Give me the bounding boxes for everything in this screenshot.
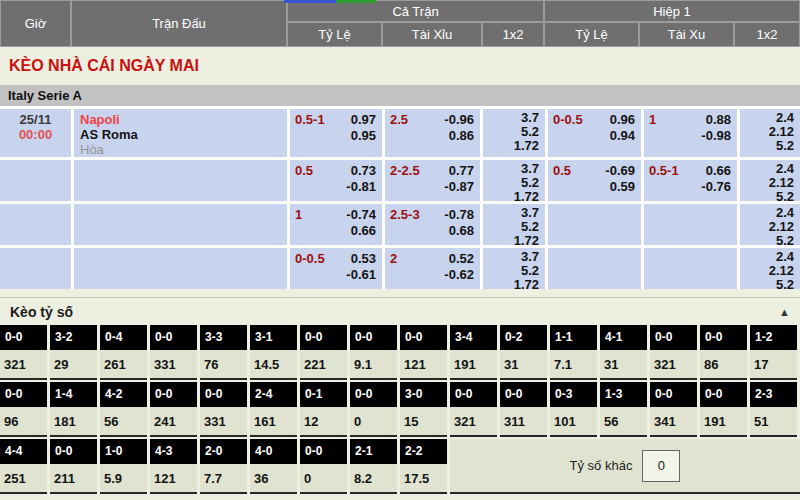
score-odds[interactable]: 12 — [300, 407, 347, 437]
score-odds[interactable]: 0 — [350, 407, 397, 437]
score-odds[interactable]: 17 — [750, 350, 797, 380]
score-label[interactable]: 2-2 — [400, 439, 447, 464]
h1-overunder-cell[interactable]: 0.5-10.66-0.76 — [644, 160, 737, 201]
h1-overunder-cell[interactable]: 10.88-0.98 — [644, 109, 737, 157]
ft-handicap-cell[interactable]: 1-0.740.66 — [290, 204, 382, 245]
score-label[interactable]: 4-1 — [600, 325, 647, 350]
score-label[interactable]: 4-3 — [150, 439, 197, 464]
score-label[interactable]: 4-4 — [0, 439, 47, 464]
score-odds[interactable]: 321 — [650, 350, 697, 380]
score-label[interactable]: 1-0 — [100, 439, 147, 464]
score-odds[interactable]: 341 — [650, 407, 697, 437]
score-label[interactable]: 0-0 — [650, 382, 697, 407]
score-label[interactable]: 0-0 — [700, 325, 747, 350]
score-label[interactable]: 0-2 — [500, 325, 547, 350]
score-label[interactable]: 3-2 — [50, 325, 97, 350]
score-label[interactable]: 1-1 — [550, 325, 597, 350]
collapse-arrow-icon[interactable]: ▲ — [779, 306, 790, 318]
h1-handicap-cell[interactable]: 0-0.50.960.94 — [548, 109, 641, 157]
ft-1x2-cell[interactable]: 3.75.21.72 — [483, 248, 545, 289]
score-odds[interactable]: 191 — [700, 407, 747, 437]
score-label[interactable]: 1-3 — [600, 382, 647, 407]
score-odds[interactable]: 31 — [500, 350, 547, 380]
score-odds[interactable]: 161 — [250, 407, 297, 437]
score-odds[interactable]: 76 — [200, 350, 247, 380]
score-label[interactable]: 0-0 — [700, 382, 747, 407]
h1-handicap-cell[interactable] — [548, 204, 641, 245]
score-odds[interactable]: 331 — [200, 407, 247, 437]
score-odds[interactable]: 311 — [500, 407, 547, 437]
score-odds[interactable]: 221 — [300, 350, 347, 380]
score-odds[interactable]: 251 — [0, 464, 47, 494]
score-odds[interactable]: 14.5 — [250, 350, 297, 380]
ft-1x2-cell[interactable]: 3.75.21.72 — [483, 204, 545, 245]
score-odds[interactable]: 51 — [750, 407, 797, 437]
score-label[interactable]: 3-0 — [400, 382, 447, 407]
ft-overunder-cell[interactable]: 2.5-0.960.86 — [385, 109, 480, 157]
score-odds[interactable]: 36 — [250, 464, 297, 494]
score-label[interactable]: 0-0 — [150, 382, 197, 407]
score-odds[interactable]: 9.1 — [350, 350, 397, 380]
score-section-header[interactable]: Kèo tỷ số ▲ — [0, 297, 800, 325]
ft-overunder-cell[interactable]: 2-2.50.77-0.87 — [385, 160, 480, 201]
score-label[interactable]: 0-0 — [400, 325, 447, 350]
score-label[interactable]: 3-3 — [200, 325, 247, 350]
score-odds[interactable]: 96 — [0, 407, 47, 437]
ft-1x2-cell[interactable]: 3.75.21.72 — [483, 109, 545, 157]
score-odds[interactable]: 191 — [450, 350, 497, 380]
score-odds[interactable]: 31 — [600, 350, 647, 380]
score-odds[interactable]: 261 — [100, 350, 147, 380]
score-odds[interactable]: 121 — [400, 350, 447, 380]
score-label[interactable]: 0-0 — [350, 382, 397, 407]
score-label[interactable]: 0-3 — [550, 382, 597, 407]
h1-overunder-cell[interactable] — [644, 204, 737, 245]
score-label[interactable]: 0-4 — [100, 325, 147, 350]
ft-handicap-cell[interactable]: 0.5-10.970.95 — [290, 109, 382, 157]
score-odds[interactable]: 17.5 — [400, 464, 447, 494]
ft-handicap-cell[interactable]: 0.50.73-0.81 — [290, 160, 382, 201]
score-label[interactable]: 0-0 — [200, 382, 247, 407]
score-label[interactable]: 1-2 — [750, 325, 797, 350]
ft-1x2-cell[interactable]: 3.75.21.72 — [483, 160, 545, 201]
ft-overunder-cell[interactable]: 20.52-0.62 — [385, 248, 480, 289]
score-label[interactable]: 0-0 — [650, 325, 697, 350]
score-odds[interactable]: 181 — [50, 407, 97, 437]
score-label[interactable]: 2-1 — [350, 439, 397, 464]
score-odds[interactable]: 56 — [600, 407, 647, 437]
h1-handicap-cell[interactable] — [548, 248, 641, 289]
score-label[interactable]: 2-3 — [750, 382, 797, 407]
score-odds[interactable]: 5.9 — [100, 464, 147, 494]
home-team[interactable]: Napoli — [80, 112, 287, 127]
score-label[interactable]: 0-0 — [450, 382, 497, 407]
score-label[interactable]: 1-4 — [50, 382, 97, 407]
score-label[interactable]: 0-0 — [500, 382, 547, 407]
away-team[interactable]: AS Roma — [80, 127, 287, 142]
score-odds[interactable]: 0 — [300, 464, 347, 494]
score-odds[interactable]: 15 — [400, 407, 447, 437]
score-label[interactable]: 0-0 — [0, 325, 47, 350]
ft-handicap-cell[interactable]: 0-0.50.53-0.61 — [290, 248, 382, 289]
h1-handicap-cell[interactable]: 0.5-0.690.59 — [548, 160, 641, 201]
score-label[interactable]: 0-0 — [300, 439, 347, 464]
score-label[interactable]: 0-0 — [50, 439, 97, 464]
score-odds[interactable]: 86 — [700, 350, 747, 380]
score-odds[interactable]: 7.1 — [550, 350, 597, 380]
score-odds[interactable]: 29 — [50, 350, 97, 380]
score-label[interactable]: 2-4 — [250, 382, 297, 407]
h1-1x2-cell[interactable]: 2.42.125.2 — [740, 248, 800, 289]
score-odds[interactable]: 241 — [150, 407, 197, 437]
h1-overunder-cell[interactable] — [644, 248, 737, 289]
score-label[interactable]: 0-0 — [0, 382, 47, 407]
h1-1x2-cell[interactable]: 2.42.125.2 — [740, 109, 800, 157]
score-odds[interactable]: 8.2 — [350, 464, 397, 494]
score-label[interactable]: 0-0 — [350, 325, 397, 350]
score-odds[interactable]: 321 — [0, 350, 47, 380]
score-odds[interactable]: 331 — [150, 350, 197, 380]
score-odds[interactable]: 121 — [150, 464, 197, 494]
score-odds[interactable]: 7.7 — [200, 464, 247, 494]
h1-1x2-cell[interactable]: 2.42.125.2 — [740, 160, 800, 201]
score-label[interactable]: 2-0 — [200, 439, 247, 464]
score-odds[interactable]: 211 — [50, 464, 97, 494]
score-odds[interactable]: 101 — [550, 407, 597, 437]
score-label[interactable]: 4-2 — [100, 382, 147, 407]
